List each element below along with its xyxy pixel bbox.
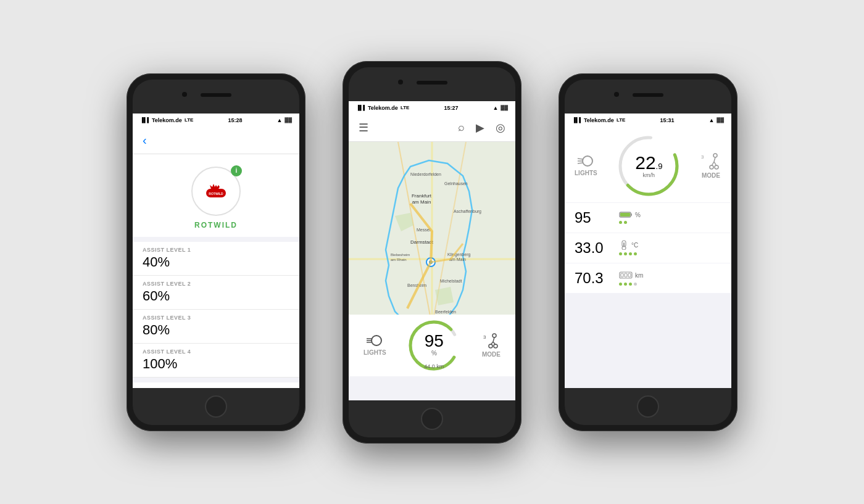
speed-display: 22.9 km/h [635, 154, 662, 178]
svg-text:Niederdorfelden: Niederdorfelden [410, 172, 441, 176]
battery-stat-unit: % [635, 212, 641, 218]
mode-control[interactable]: 3 MODE [482, 333, 501, 358]
dot-2 [624, 283, 627, 286]
phone3-status-bar: ▐▌▌ Telekom.de LTE 15:31 ▲ ▓▓ [565, 114, 731, 127]
dot-4 [634, 283, 637, 286]
network: LTE [185, 117, 194, 123]
location-target-icon[interactable]: ◎ [496, 121, 505, 134]
battery-range: 44.0 km [424, 363, 444, 370]
lights-control[interactable]: LIGHTS [363, 334, 386, 356]
dash-lights-label: LIGHTS [575, 170, 597, 176]
assist-item-2[interactable]: ASSIST LEVEL 2 60% [133, 276, 299, 310]
brand-icon: ROTWILD [205, 184, 227, 199]
lights-icon [365, 334, 384, 347]
phone2-home-button[interactable] [421, 408, 443, 430]
svg-point-36 [583, 156, 592, 166]
phone2-topbar: ☰ ⌕ ▶ ◎ [349, 115, 515, 142]
location-icon: ▲ [492, 105, 498, 111]
svg-text:Aschaffenburg: Aschaffenburg [454, 209, 481, 214]
back-button[interactable]: ‹ [143, 133, 147, 147]
phone1-navbar: ‹ [133, 127, 299, 154]
logo-circle: ROTWILD i [191, 167, 241, 216]
assist-value-3: 80% [143, 322, 289, 338]
assist-item-1[interactable]: ASSIST LEVEL 1 40% [133, 242, 299, 276]
battery-unit: % [425, 349, 444, 356]
map-area[interactable]: Niederdorfelden Gelnhausen Frankfurt am … [349, 142, 515, 376]
signal-bars: ▐▌▌ [356, 105, 367, 110]
network: LTE [401, 105, 410, 110]
phone-2: ▐▌▌ Telekom.de LTE 15:27 ▲ ▓▓ ☰ ⌕ ▶ [343, 61, 521, 444]
mode-icon: 3 [482, 333, 501, 349]
dot-1 [619, 221, 622, 224]
assist-item-3[interactable]: ASSIST LEVEL 3 80% [133, 310, 299, 344]
location-icon: ▲ [708, 117, 714, 123]
dot-2 [624, 221, 627, 224]
svg-point-43 [713, 154, 717, 157]
time: 15:28 [228, 117, 242, 123]
dashboard-top-row: LIGHTS 22.9 [565, 127, 731, 202]
phone1-screen: ▐▌▌ Telekom.de LTE 15:28 ▲ ▓▓ ‹ [133, 114, 299, 388]
logo-section: ROTWILD i ROTWILD [133, 154, 299, 237]
restore-defaults-button[interactable]: RESTORE DEFAULTS [133, 382, 299, 388]
network: LTE [617, 117, 626, 123]
distance-stat-row: 70.3 km [565, 263, 731, 293]
svg-rect-47 [631, 213, 632, 216]
dash-lights-control[interactable]: LIGHTS [575, 155, 597, 176]
odometer-icon [619, 270, 633, 280]
map-bottom-panel: LIGHTS 95 % 44.0 km [349, 315, 515, 376]
svg-text:am Rhein: am Rhein [391, 258, 407, 262]
svg-rect-51 [623, 242, 625, 247]
svg-text:3: 3 [483, 334, 486, 340]
phone-1: ▐▌▌ Telekom.de LTE 15:28 ▲ ▓▓ ‹ [127, 73, 305, 431]
dot-4 [634, 252, 637, 255]
phone1-camera [182, 92, 187, 97]
phone3-screen: ▐▌▌ Telekom.de LTE 15:31 ▲ ▓▓ [565, 114, 731, 388]
assist-label-3: ASSIST LEVEL 3 [143, 315, 289, 321]
svg-text:am Main: am Main [412, 199, 431, 205]
dot-3 [629, 283, 632, 286]
dash-mode-control[interactable]: 3 MODE [700, 152, 721, 179]
assist-label-1: ASSIST LEVEL 1 [143, 247, 289, 253]
phones-container: ▐▌▌ Telekom.de LTE 15:28 ▲ ▓▓ ‹ [102, 36, 762, 468]
search-icon[interactable]: ⌕ [458, 121, 465, 134]
phone-3: ▐▌▌ Telekom.de LTE 15:31 ▲ ▓▓ [559, 73, 737, 431]
phone3-home-button[interactable] [637, 395, 659, 418]
info-badge[interactable]: i [231, 165, 242, 176]
svg-point-26 [372, 336, 381, 345]
battery-gauge: 95 % 44.0 km [406, 318, 462, 373]
phone3-speaker [633, 93, 663, 97]
dot-2 [624, 252, 627, 255]
battery-stat-row: 95 % [565, 203, 731, 233]
svg-text:Biebesheim: Biebesheim [391, 253, 410, 257]
speed-decimal: .9 [656, 162, 663, 171]
play-icon[interactable]: ▶ [476, 121, 484, 134]
svg-point-33 [492, 334, 496, 337]
speed-unit: km/h [635, 172, 662, 178]
mode-label: MODE [482, 351, 501, 358]
assist-value-2: 60% [143, 288, 289, 304]
dot-1 [619, 252, 622, 255]
speed-gauge: 22.9 km/h [615, 132, 683, 200]
phone1-home-button[interactable] [205, 395, 227, 418]
carrier: Telekom.de [368, 105, 398, 111]
phone2-screen: ▐▌▌ Telekom.de LTE 15:27 ▲ ▓▓ ☰ ⌕ ▶ [349, 101, 515, 400]
svg-line-37 [578, 159, 583, 159]
battery-stat-icon [619, 211, 633, 218]
menu-icon[interactable]: ☰ [359, 121, 368, 134]
dot-1 [619, 283, 622, 286]
phone1-status-bar: ▐▌▌ Telekom.de LTE 15:28 ▲ ▓▓ [133, 114, 299, 127]
signal-bars: ▐▌▌ [140, 117, 151, 123]
phone2-status-bar: ▐▌▌ Telekom.de LTE 15:27 ▲ ▓▓ [349, 101, 515, 115]
svg-text:Michelstadt: Michelstadt [440, 279, 462, 283]
battery-value: 95 [575, 209, 612, 226]
svg-text:Darmstadt: Darmstadt [410, 239, 434, 245]
phone2-speaker [417, 81, 447, 85]
time: 15:31 [660, 117, 674, 123]
temp-value: 33.0 [575, 239, 612, 257]
assist-item-4[interactable]: ASSIST LEVEL 4 100% [133, 344, 299, 378]
svg-text:3: 3 [701, 154, 704, 160]
svg-rect-54 [625, 273, 627, 277]
battery-percent: 95 [425, 332, 444, 349]
phone1-speaker [201, 93, 231, 97]
svg-line-39 [578, 163, 583, 163]
